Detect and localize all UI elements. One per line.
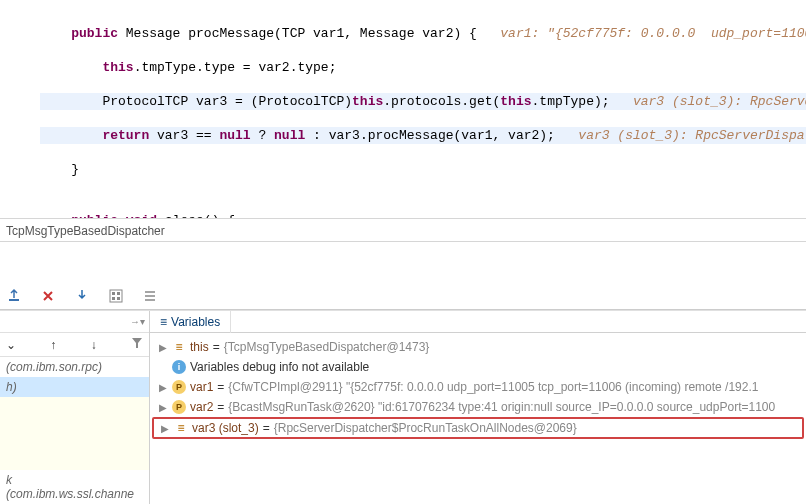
var-row-info: i Variables debug info not available — [152, 357, 804, 377]
burger-icon: ≡ — [160, 311, 167, 333]
stack-frame-bar[interactable]: TcpMsgTypeBasedDispatcher — [0, 218, 806, 242]
svg-rect-2 — [112, 292, 115, 295]
object-icon: ≡ — [172, 340, 186, 354]
down-arrow-icon[interactable]: ↓ — [91, 338, 97, 352]
debug-toolbar — [0, 282, 806, 310]
menu-arrow-icon[interactable]: →▾ — [130, 316, 145, 327]
stack-item[interactable]: (com.ibm.son.rpc) — [0, 357, 149, 377]
code-line-highlight: return var3 == null ? null : var3.procMe… — [40, 127, 806, 144]
thread-filter-row: ⌄ ↑ ↓ — [0, 333, 149, 357]
expand-icon[interactable]: ▶ — [158, 342, 168, 353]
code-line: public Message procMessage(TCP var1, Mes… — [40, 25, 806, 42]
stack-label: TcpMsgTypeBasedDispatcher — [6, 224, 165, 238]
variables-list: ▶ ≡ this = {TcpMsgTypeBasedDispatcher@14… — [150, 333, 806, 443]
expand-icon[interactable]: ▶ — [158, 402, 168, 413]
svg-rect-5 — [117, 297, 120, 300]
threads-icon[interactable] — [142, 288, 158, 304]
param-icon: P — [172, 380, 186, 394]
thread-list-panel: →▾ ⌄ ↑ ↓ (com.ibm.son.rpc) h) k (com.ibm… — [0, 311, 150, 504]
stack-item[interactable]: k (com.ibm.ws.ssl.channe — [0, 470, 149, 504]
code-line-highlight: ProtocolTCP var3 = (ProtocolTCP)this.pro… — [40, 93, 806, 110]
close-x-icon[interactable] — [40, 288, 56, 304]
object-icon: ≡ — [174, 421, 188, 435]
export-icon[interactable] — [6, 288, 22, 304]
debug-lower-split: →▾ ⌄ ↑ ↓ (com.ibm.son.rpc) h) k (com.ibm… — [0, 310, 806, 504]
svg-rect-0 — [9, 299, 19, 301]
stack-spacer — [0, 397, 149, 470]
dropdown-icon[interactable]: ⌄ — [6, 338, 16, 352]
svg-rect-3 — [117, 292, 120, 295]
tab-bar: ≡ Variables — [150, 311, 806, 333]
code-line: } — [40, 161, 806, 178]
expand-icon[interactable]: ▶ — [160, 423, 170, 434]
up-arrow-icon[interactable]: ↑ — [50, 338, 56, 352]
filter-icon[interactable] — [131, 337, 143, 352]
var-row-var1[interactable]: ▶ P var1 = {CfwTCPImpl@2911} "{52cf775f:… — [152, 377, 804, 397]
thread-list-header: →▾ — [0, 311, 149, 333]
spacer — [0, 242, 806, 282]
param-icon: P — [172, 400, 186, 414]
tab-variables[interactable]: ≡ Variables — [150, 311, 231, 333]
var-row-var2[interactable]: ▶ P var2 = {BcastMsgRunTask@2620} "id:61… — [152, 397, 804, 417]
svg-rect-4 — [112, 297, 115, 300]
var-row-var3-highlight[interactable]: ▶ ≡ var3 (slot_3) = {RpcServerDispatcher… — [152, 417, 804, 439]
stack-item-selected[interactable]: h) — [0, 377, 149, 397]
svg-rect-1 — [110, 290, 122, 302]
variables-panel: ≡ Variables ▶ ≡ this = {TcpMsgTypeBasedD… — [150, 311, 806, 504]
step-into-icon[interactable] — [74, 288, 90, 304]
code-editor[interactable]: public Message procMessage(TCP var1, Mes… — [0, 0, 806, 218]
layout-icon[interactable] — [108, 288, 124, 304]
expand-icon[interactable]: ▶ — [158, 382, 168, 393]
var-row-this[interactable]: ▶ ≡ this = {TcpMsgTypeBasedDispatcher@14… — [152, 337, 804, 357]
code-line: this.tmpType.type = var2.type; — [40, 59, 806, 76]
info-icon: i — [172, 360, 186, 374]
